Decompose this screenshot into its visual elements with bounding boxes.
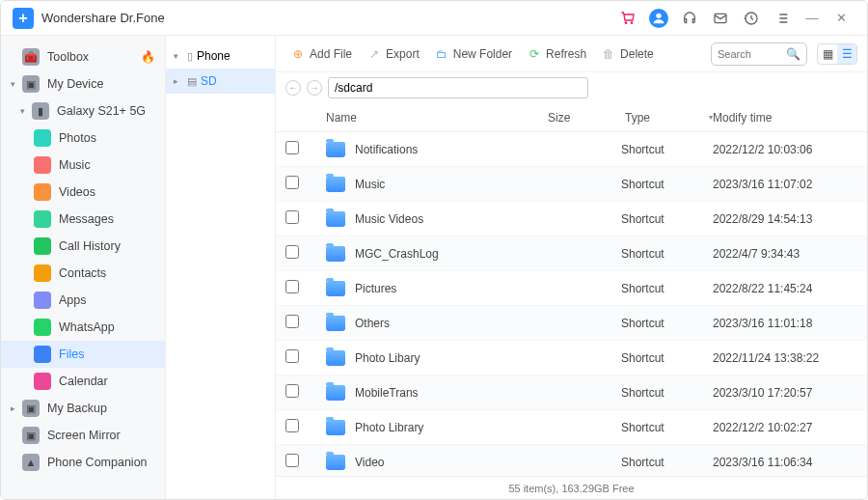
file-type: Shortcut	[621, 178, 713, 191]
row-checkbox[interactable]	[285, 419, 299, 432]
sidebar-item-label: Contacts	[59, 266, 106, 280]
list-view-button[interactable]: ☰	[837, 44, 856, 64]
table-row[interactable]: MGC_CrashLogShortcut2022/4/7 9:34:43	[276, 236, 867, 271]
sidebar-toolbox[interactable]: 🧰 Toolbox 🔥	[1, 43, 165, 70]
table-row[interactable]: Music VideosShortcut2022/8/29 14:54:13	[276, 202, 867, 236]
table-row[interactable]: MobileTransShortcut2023/3/10 17:20:57	[276, 375, 867, 410]
sidebar-mybackup[interactable]: ▸ ▣ My Backup	[1, 395, 165, 422]
row-checkbox[interactable]	[285, 141, 299, 154]
sidebar-label: Phone Companion	[47, 456, 148, 469]
sidebar-screenmirror[interactable]: ▣ Screen Mirror	[1, 422, 165, 449]
row-checkbox[interactable]	[285, 349, 299, 363]
menu-icon[interactable]	[773, 9, 792, 28]
sidebar-item-whatsapp[interactable]: WhatsApp	[1, 314, 165, 341]
table-row[interactable]: Photo LibaryShortcut2022/11/24 13:38:22	[276, 341, 867, 375]
folder-icon	[326, 281, 345, 296]
row-checkbox[interactable]	[285, 384, 299, 398]
sidebar-item-music[interactable]: Music	[1, 152, 165, 179]
export-button[interactable]: ↗Export	[362, 43, 425, 65]
add-file-button[interactable]: ⊕Add File	[285, 43, 358, 65]
sidebar-item-calendar[interactable]: Calendar	[1, 368, 165, 395]
sidebar-item-label: WhatsApp	[59, 320, 115, 334]
file-name: MGC_CrashLog	[355, 247, 439, 261]
cart-icon[interactable]	[618, 9, 637, 28]
file-name: MobileTrans	[355, 386, 419, 400]
mail-icon[interactable]	[711, 9, 730, 28]
phone-icon: ▯	[187, 50, 193, 63]
col-size[interactable]: Size	[548, 111, 625, 125]
table-row[interactable]: MusicShortcut2023/3/16 11:07:02	[276, 167, 867, 202]
sidebar-item-photos[interactable]: Photos	[1, 125, 165, 152]
table-row[interactable]: PicturesShortcut2022/8/22 11:45:24	[276, 271, 867, 306]
sidebar-item-label: Messages	[59, 212, 114, 226]
sidebar-mydevice[interactable]: ▾ ▣ My Device	[1, 70, 165, 97]
file-type: Shortcut	[621, 351, 713, 365]
history-icon[interactable]	[742, 9, 761, 28]
storage-phone[interactable]: ▾ ▯ Phone	[166, 43, 275, 69]
sidebar: 🧰 Toolbox 🔥 ▾ ▣ My Device ▾ ▮ Galaxy S21…	[1, 36, 165, 499]
search-icon: 🔍	[786, 47, 800, 61]
chevron-right-icon: ▸	[174, 76, 183, 86]
table-row[interactable]: VideoShortcut2023/3/16 11:06:34	[276, 445, 867, 476]
delete-button[interactable]: 🗑Delete	[596, 43, 660, 65]
file-name: Music	[355, 178, 385, 191]
row-checkbox[interactable]	[285, 280, 299, 293]
nav-back-button[interactable]: ←	[285, 80, 301, 96]
path-input[interactable]	[328, 77, 588, 98]
storage-panel: ▾ ▯ Phone ▸ ▤ SD	[165, 36, 276, 499]
refresh-button[interactable]: ⟳Refresh	[522, 43, 592, 65]
file-type: Shortcut	[621, 421, 713, 434]
storage-label: Phone	[197, 49, 231, 63]
file-modify: 2023/3/16 11:01:18	[713, 317, 857, 330]
search-box[interactable]: 🔍	[711, 42, 807, 66]
file-modify: 2023/3/10 17:20:57	[713, 386, 857, 400]
music-icon	[34, 156, 51, 174]
file-type: Shortcut	[621, 386, 713, 400]
table-body: NotificationsShortcut2022/12/2 10:03:06M…	[276, 132, 867, 476]
search-input[interactable]	[718, 48, 786, 60]
sidebar-device[interactable]: ▾ ▮ Galaxy S21+ 5G	[1, 97, 165, 125]
file-modify: 2022/4/7 9:34:43	[713, 247, 857, 261]
table-row[interactable]: OthersShortcut2023/3/16 11:01:18	[276, 306, 867, 341]
close-button[interactable]: ✕	[827, 9, 855, 28]
contacts-icon	[34, 264, 51, 282]
row-checkbox[interactable]	[285, 315, 299, 328]
folder-icon	[326, 211, 345, 227]
chevron-right-icon: ▸	[11, 403, 20, 413]
user-icon[interactable]	[649, 9, 668, 28]
chevron-down-icon: ▾	[11, 79, 20, 89]
new-folder-button[interactable]: 🗀New Folder	[429, 43, 518, 65]
storage-sd[interactable]: ▸ ▤ SD	[166, 69, 275, 94]
grid-view-button[interactable]: ▦	[818, 44, 837, 64]
minimize-button[interactable]: —	[798, 9, 827, 28]
row-checkbox[interactable]	[285, 176, 299, 189]
messages-icon	[34, 210, 51, 228]
sidebar-label: My Backup	[47, 402, 107, 415]
folder-icon	[326, 420, 345, 435]
sidebar-phonecompanion[interactable]: ▲ Phone Companion	[1, 449, 165, 476]
sidebar-item-contacts[interactable]: Contacts	[1, 260, 165, 287]
row-checkbox[interactable]	[285, 210, 299, 224]
sidebar-label: Toolbox	[47, 50, 89, 64]
col-type[interactable]: Type	[625, 111, 717, 125]
col-name[interactable]: Name	[312, 111, 548, 125]
row-checkbox[interactable]	[285, 245, 299, 259]
sidebar-item-call-history[interactable]: Call History	[1, 233, 165, 260]
row-checkbox[interactable]	[285, 454, 299, 467]
sidebar-item-messages[interactable]: Messages	[1, 206, 165, 233]
sidebar-item-videos[interactable]: Videos	[1, 179, 165, 206]
file-modify: 2022/8/29 14:54:13	[713, 212, 857, 226]
file-name: Photo Libary	[355, 351, 420, 365]
sidebar-item-apps[interactable]: Apps	[1, 287, 165, 314]
table-row[interactable]: Photo LibraryShortcut2022/12/2 10:02:27	[276, 410, 867, 445]
file-modify: 2023/3/16 11:07:02	[713, 178, 857, 191]
file-name: Others	[355, 317, 390, 330]
folder-icon	[326, 142, 345, 157]
col-modify[interactable]: Modify time	[713, 111, 857, 125]
headset-icon[interactable]	[680, 9, 699, 28]
table-row[interactable]: NotificationsShortcut2022/12/2 10:03:06	[276, 132, 867, 167]
nav-forward-button[interactable]: →	[307, 80, 322, 96]
refresh-icon: ⟳	[528, 47, 541, 61]
sidebar-item-files[interactable]: Files	[1, 341, 165, 368]
sidebar-item-label: Music	[59, 158, 91, 172]
